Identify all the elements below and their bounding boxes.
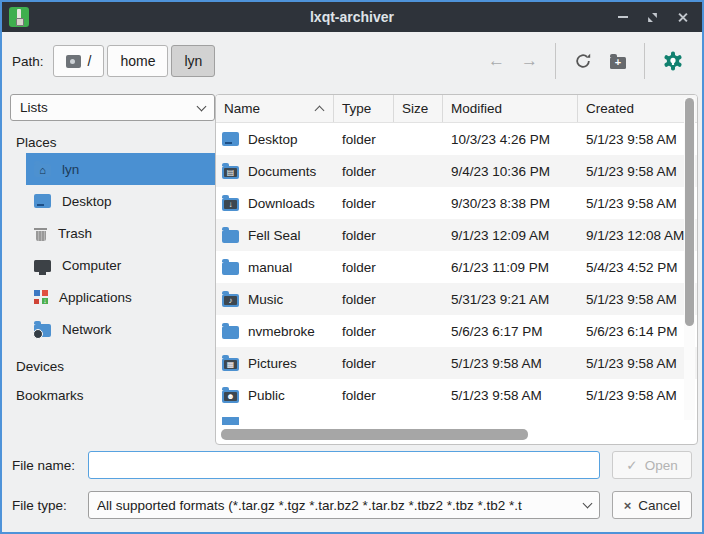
check-icon: ✓ [626, 457, 637, 473]
restore-icon[interactable] [647, 12, 658, 23]
desktop-icon [34, 194, 51, 208]
file-name-input[interactable] [88, 451, 600, 479]
horizontal-scrollbar[interactable] [221, 429, 679, 440]
folder-documents-icon: ▤ [222, 166, 239, 179]
vertical-scrollbar[interactable] [684, 98, 695, 420]
close-icon[interactable] [677, 12, 688, 23]
folder-icon [222, 230, 239, 243]
horizontal-scrollbar-thumb[interactable] [221, 429, 528, 440]
file-list-panel: Name Type Size Modified Created Desktop … [215, 94, 698, 445]
toolbar-separator [644, 43, 645, 79]
path-root-button[interactable]: / [53, 45, 105, 77]
sidebar: Lists Places lyn Desktop Trash Computer … [10, 94, 215, 406]
minimize-icon[interactable] [618, 16, 628, 18]
vertical-scrollbar-thumb[interactable] [685, 98, 694, 326]
table-header: Name Type Size Modified Created [216, 95, 697, 123]
open-button[interactable]: ✓ Open [612, 451, 692, 479]
folder-pictures-icon: ▦ [222, 358, 239, 371]
bookmarks-section-label[interactable]: Bookmarks [16, 388, 215, 403]
trash-icon [34, 226, 47, 241]
column-header-size[interactable]: Size [394, 95, 443, 122]
breadcrumb: / home lyn [53, 45, 216, 77]
forward-arrow-icon[interactable]: → [513, 51, 546, 71]
column-header-type[interactable]: Type [334, 95, 394, 122]
path-lyn-button[interactable]: lyn [171, 45, 215, 77]
path-toolbar: Path: / home lyn ← → + [2, 32, 702, 90]
table-row-partial[interactable] [216, 411, 697, 425]
sort-ascending-icon [315, 106, 325, 116]
table-row[interactable]: ☻Public folder 5/1/23 9:58 AM 5/1/23 9:5… [216, 379, 697, 411]
table-row[interactable]: ♪Music folder 5/31/23 9:21 AM 5/1/23 9:5… [216, 283, 697, 315]
titlebar: lxqt-archiver [2, 2, 702, 32]
table-body: Desktop folder 10/3/23 4:26 PM 5/1/23 9:… [216, 123, 697, 425]
devices-section-label[interactable]: Devices [16, 359, 215, 374]
chevron-down-icon [197, 101, 207, 111]
places-section-label: Places [16, 135, 215, 150]
column-header-created[interactable]: Created [578, 95, 697, 122]
folder-public-icon: ☻ [222, 390, 239, 403]
sidebar-item-lyn[interactable]: lyn [26, 153, 215, 185]
refresh-icon[interactable] [565, 52, 601, 70]
table-row[interactable]: nvmebroke folder 5/6/23 6:17 PM 5/6/23 6… [216, 315, 697, 347]
folder-icon [222, 326, 239, 339]
drive-icon [66, 55, 81, 68]
file-type-label: File type: [12, 498, 67, 513]
table-row[interactable]: manual folder 6/1/23 11:09 PM 5/4/23 4:5… [216, 251, 697, 283]
options-gear-icon[interactable] [654, 51, 692, 71]
lxqt-archiver-window: lxqt-archiver Path: / home lyn ← [0, 0, 704, 534]
path-label: Path: [12, 54, 44, 69]
sidebar-item-computer[interactable]: Computer [26, 249, 215, 281]
table-row[interactable]: ▤Documents folder 9/4/23 10:36 PM 5/1/23… [216, 155, 697, 187]
sidebar-item-applications[interactable]: ↓ Applications [26, 281, 215, 313]
view-mode-select[interactable]: Lists [10, 94, 215, 121]
computer-icon [34, 260, 51, 272]
sidebar-item-desktop[interactable]: Desktop [26, 185, 215, 217]
toolbar-separator [555, 43, 556, 79]
file-type-select[interactable]: All supported formats (*.tar.gz *.tgz *.… [88, 491, 600, 519]
table-row[interactable]: Fell Seal folder 9/1/23 12:09 AM 9/1/23 … [216, 219, 697, 251]
home-folder-icon [34, 164, 51, 177]
sidebar-item-network[interactable]: Network [26, 313, 215, 345]
folder-music-icon: ♪ [222, 294, 239, 307]
folder-downloads-icon: ↓ [222, 198, 239, 211]
desktop-icon [222, 132, 239, 146]
back-arrow-icon[interactable]: ← [480, 51, 513, 71]
sidebar-item-trash[interactable]: Trash [26, 217, 215, 249]
path-home-button[interactable]: home [107, 45, 168, 77]
folder-icon [222, 262, 239, 275]
file-type-row: File type: All supported formats (*.tar.… [2, 491, 702, 519]
table-row[interactable]: Desktop folder 10/3/23 4:26 PM 5/1/23 9:… [216, 123, 697, 155]
applications-icon: ↓ [34, 290, 48, 304]
file-name-label: File name: [12, 458, 75, 473]
file-name-row: File name: ✓ Open [2, 451, 702, 479]
network-folder-icon [34, 324, 51, 337]
cancel-button[interactable]: × Cancel [612, 491, 692, 519]
x-icon: × [624, 498, 632, 513]
column-header-name[interactable]: Name [216, 95, 334, 122]
table-row[interactable]: ↓Downloads folder 9/30/23 8:38 PM 5/1/23… [216, 187, 697, 219]
column-header-modified[interactable]: Modified [443, 95, 578, 122]
window-title: lxqt-archiver [2, 9, 702, 25]
new-folder-icon[interactable]: + [601, 54, 635, 69]
folder-icon [222, 417, 239, 425]
chevron-down-icon [583, 499, 593, 509]
table-row[interactable]: ▦Pictures folder 5/1/23 9:58 AM 5/1/23 9… [216, 347, 697, 379]
